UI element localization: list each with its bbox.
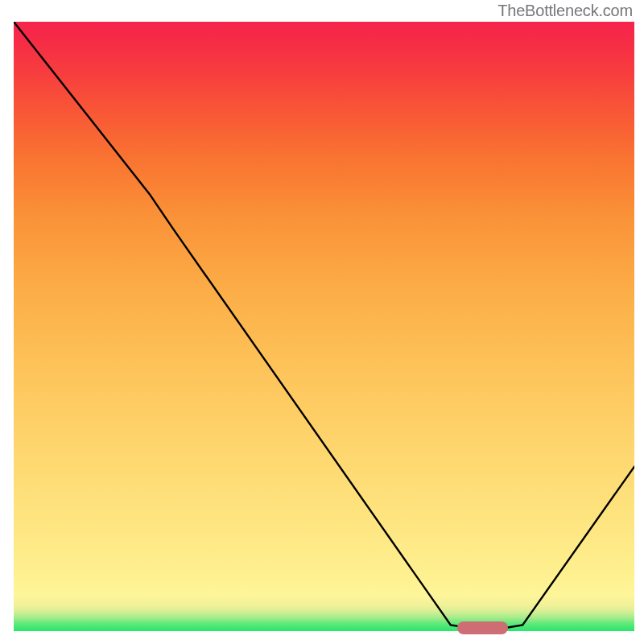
- optimal-marker: [457, 621, 508, 634]
- gradient-background: [14, 22, 634, 631]
- watermark-text: TheBottleneck.com: [497, 2, 633, 20]
- chart-area: [14, 22, 634, 631]
